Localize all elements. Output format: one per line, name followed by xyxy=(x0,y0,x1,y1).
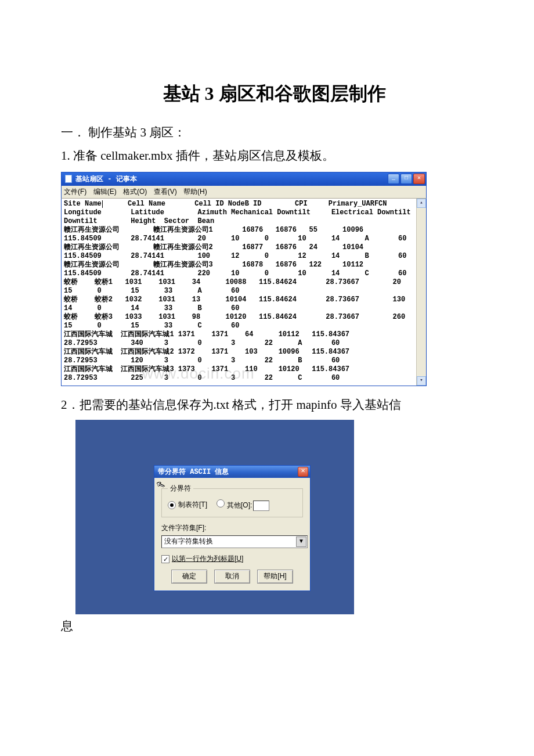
scroll-up-icon[interactable]: ▴ xyxy=(417,199,426,208)
close-button[interactable]: ✕ xyxy=(413,174,425,184)
charset-value: 没有字符集转换 xyxy=(164,537,213,546)
menu-edit[interactable]: 编辑(E) xyxy=(93,188,117,196)
delimiter-group: 分界符 制表符[T] 其他[O]: xyxy=(161,484,303,517)
trailing-text: 息 xyxy=(61,618,488,634)
chevron-down-icon[interactable]: ▼ xyxy=(296,537,306,547)
other-delimiter-input[interactable] xyxy=(253,501,269,511)
ok-button[interactable]: 确定 xyxy=(171,570,207,584)
dialog-titlebar: 带分界符 ASCII 信息 ✕ xyxy=(154,465,311,477)
menu-file[interactable]: 文件(F) xyxy=(64,188,86,196)
radio-tab[interactable]: 制表符[T] xyxy=(168,500,207,510)
help-button[interactable]: 帮助[H] xyxy=(257,570,293,584)
cancel-button[interactable]: 取消 xyxy=(214,570,250,584)
section-heading: 一． 制作基站 3 扇区： xyxy=(61,124,488,141)
notepad-body: Site Name Cell Name Cell ID NodeB ID CPI… xyxy=(61,199,427,386)
notepad-window: 基站扇区 - 记事本 _ □ ✕ 文件(F) 编辑(E) 格式(O) 查看(V)… xyxy=(61,172,427,386)
notepad-titlebar: 基站扇区 - 记事本 _ □ ✕ xyxy=(61,172,427,185)
radio-other[interactable]: 其他[O]: xyxy=(217,499,269,511)
charset-select[interactable]: 没有字符集转换 ▼ xyxy=(161,535,308,548)
scroll-down-icon[interactable]: ▾ xyxy=(417,376,426,386)
dialog-close-button[interactable]: ✕ xyxy=(298,467,308,477)
notepad-menubar: 文件(F) 编辑(E) 格式(O) 查看(V) 帮助(H) xyxy=(61,185,427,199)
notepad-title-text: 基站扇区 - 记事本 xyxy=(75,174,137,184)
delimiter-legend: 分界符 xyxy=(168,484,193,494)
notepad-icon xyxy=(65,175,72,183)
first-row-checkbox[interactable]: 以第一行作为列标题[U] xyxy=(161,554,303,564)
menu-view[interactable]: 查看(V) xyxy=(154,188,177,196)
charset-label: 文件字符集[F]: xyxy=(161,523,303,533)
scrollbar[interactable]: ▴ ▾ xyxy=(416,199,426,386)
maximize-button[interactable]: □ xyxy=(400,174,412,184)
notepad-text[interactable]: Site Name Cell Name Cell ID NodeB ID CPI… xyxy=(62,199,426,384)
menu-format[interactable]: 格式(O) xyxy=(123,188,147,196)
minimize-button[interactable]: _ xyxy=(388,174,399,184)
mapinfo-screenshot: 带分界符 ASCII 信息 ✕ ↖ 分界符 制表符[T] 其他[O]: 文件字符… xyxy=(75,420,354,614)
ascii-dialog: 带分界符 ASCII 信息 ✕ ↖ 分界符 制表符[T] 其他[O]: 文件字符… xyxy=(154,465,311,591)
step-1: 1. 准备 cellmaker.mbx 插件，基站扇区信息及模板。 xyxy=(61,147,488,164)
menu-help[interactable]: 帮助(H) xyxy=(183,188,207,196)
dialog-title-text: 带分界符 ASCII 信息 xyxy=(158,467,229,477)
step-2: 2．把需要的基站信息保存为.txt 格式，打开 mapinfo 导入基站信 xyxy=(61,397,488,413)
page-title: 基站 3 扇区和谷歌图层制作 xyxy=(61,81,488,107)
